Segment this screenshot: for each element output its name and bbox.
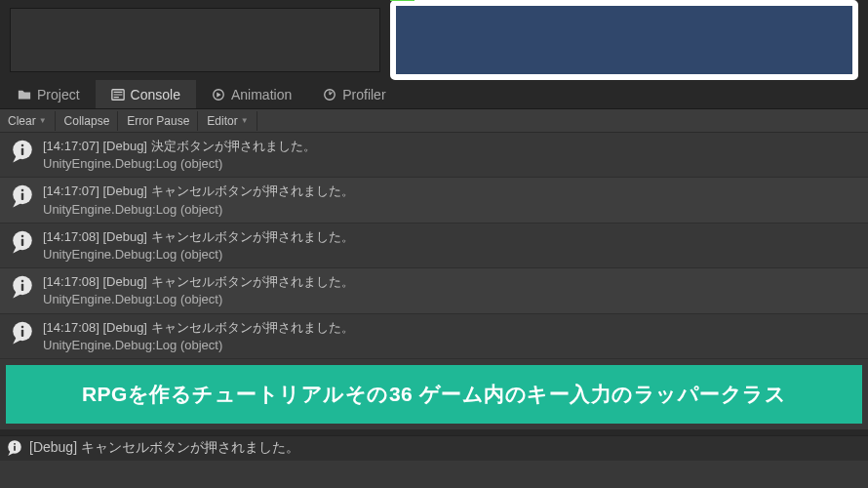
svg-rect-16 — [21, 325, 23, 327]
info-icon — [6, 439, 23, 457]
svg-rect-14 — [21, 284, 23, 291]
log-entry[interactable]: [14:17:08] [Debug] キャンセルボタンが押されました。 Unit… — [0, 224, 868, 268]
status-bar[interactable]: [Debug] キャンセルボタンが押されました。 — [0, 435, 868, 461]
panel-tabs: Project Console Animation Profiler — [0, 80, 868, 109]
tab-label: Console — [131, 87, 180, 102]
console-toolbar: Clear ▼ Collapse Error Pause Editor ▼ — [0, 109, 868, 133]
animation-icon — [212, 88, 225, 102]
info-icon — [10, 274, 35, 300]
game-preview-panel — [390, 0, 858, 80]
svg-rect-10 — [21, 234, 23, 236]
svg-rect-11 — [21, 239, 23, 246]
log-entry[interactable]: [14:17:07] [Debug] 決定ボタンが押されました。 UnityEn… — [0, 133, 868, 178]
console-icon — [111, 88, 125, 102]
svg-rect-5 — [21, 148, 23, 155]
svg-rect-19 — [14, 443, 16, 445]
editor-dropdown[interactable]: Editor ▼ — [199, 111, 256, 131]
info-icon — [10, 139, 35, 164]
error-pause-button[interactable]: Error Pause — [119, 111, 198, 131]
upper-panel-left — [10, 8, 380, 72]
log-text: [14:17:07] [Debug] 決定ボタンが押されました。 UnityEn… — [43, 137, 316, 173]
tab-label: Profiler — [342, 87, 385, 102]
toolbar-label: Editor — [207, 114, 237, 128]
upper-panels — [0, 0, 868, 80]
banner-text: RPGを作るチュートリアルその36 ゲーム内のキー入力のラッパークラス — [82, 383, 786, 405]
svg-rect-4 — [21, 144, 23, 146]
console-log-list: [14:17:07] [Debug] 決定ボタンが押されました。 UnityEn… — [0, 133, 868, 359]
svg-rect-7 — [21, 189, 23, 191]
tab-label: Animation — [231, 87, 292, 102]
log-text: [14:17:07] [Debug] キャンセルボタンが押されました。 Unit… — [43, 182, 354, 218]
chevron-down-icon: ▼ — [39, 116, 47, 125]
svg-rect-20 — [14, 446, 16, 451]
tab-animation[interactable]: Animation — [196, 80, 307, 108]
info-icon — [10, 320, 35, 346]
tab-profiler[interactable]: Profiler — [307, 80, 401, 108]
tutorial-banner: RPGを作るチュートリアルその36 ゲーム内のキー入力のラッパークラス — [6, 365, 862, 424]
svg-rect-8 — [21, 193, 23, 200]
info-icon — [10, 229, 35, 255]
log-entry[interactable]: [14:17:08] [Debug] キャンセルボタンが押されました。 Unit… — [0, 314, 868, 359]
svg-rect-17 — [21, 329, 23, 336]
tab-label: Project — [37, 87, 80, 102]
log-entry[interactable]: [14:17:07] [Debug] キャンセルボタンが押されました。 Unit… — [0, 178, 868, 223]
log-text: [14:17:08] [Debug] キャンセルボタンが押されました。 Unit… — [43, 227, 354, 264]
collapse-button[interactable]: Collapse — [57, 111, 119, 131]
info-icon — [10, 183, 35, 209]
toolbar-label: Error Pause — [127, 114, 189, 128]
profiler-icon — [323, 88, 336, 102]
clear-button[interactable]: Clear ▼ — [0, 111, 56, 131]
folder-icon — [18, 88, 31, 102]
toolbar-label: Clear — [8, 114, 36, 128]
svg-rect-13 — [21, 280, 23, 282]
log-entry[interactable]: [14:17:08] [Debug] キャンセルボタンが押されました。 Unit… — [0, 268, 868, 313]
tab-console[interactable]: Console — [96, 80, 196, 108]
chevron-down-icon: ▼ — [241, 116, 249, 125]
tab-project[interactable]: Project — [2, 80, 96, 108]
log-text: [14:17:08] [Debug] キャンセルボタンが押されました。 Unit… — [43, 272, 354, 308]
toolbar-label: Collapse — [64, 114, 110, 128]
log-text: [14:17:08] [Debug] キャンセルボタンが押されました。 Unit… — [43, 318, 354, 354]
status-text: [Debug] キャンセルボタンが押されました。 — [29, 439, 299, 457]
